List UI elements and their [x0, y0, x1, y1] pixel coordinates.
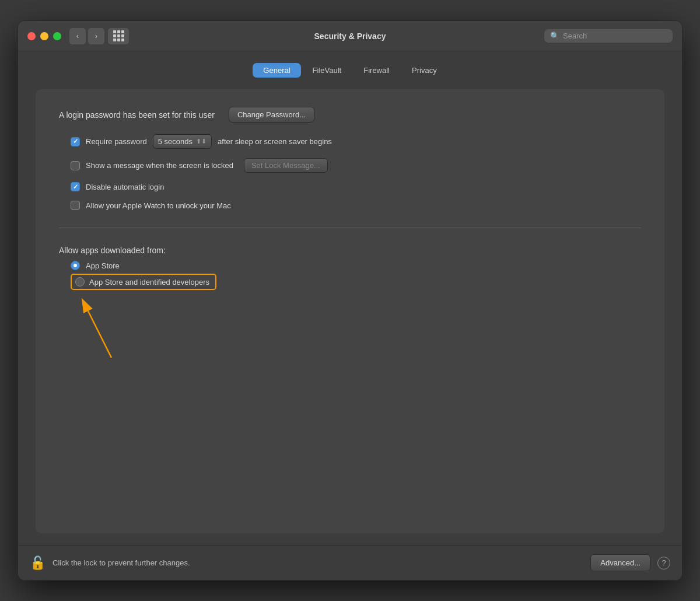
search-box[interactable]: 🔍: [544, 29, 673, 43]
nav-buttons: ‹ ›: [69, 28, 104, 44]
password-row: A login password has been set for this u…: [59, 107, 641, 123]
grid-icon: [113, 30, 124, 41]
tab-privacy[interactable]: Privacy: [401, 63, 447, 78]
show-message-label: Show a message when the screen is locked: [86, 161, 233, 170]
main-window: ‹ › Security & Privacy 🔍 General FileVau…: [18, 20, 682, 581]
require-password-row: Require password 5 seconds ⬆⬇ after slee…: [71, 134, 641, 149]
tab-firewall[interactable]: Firewall: [353, 63, 400, 78]
arrow-annotation: [76, 293, 170, 369]
maximize-button[interactable]: [53, 32, 61, 40]
back-button[interactable]: ‹: [69, 28, 86, 44]
set-lock-message-button[interactable]: Set Lock Message...: [244, 158, 328, 173]
password-timeout-dropdown[interactable]: 5 seconds ⬆⬇: [153, 134, 212, 149]
content-area: General FileVault Firewall Privacy A log…: [18, 51, 682, 545]
change-password-button[interactable]: Change Password...: [229, 107, 314, 123]
disable-autologin-checkbox[interactable]: [71, 182, 80, 191]
apple-watch-checkbox[interactable]: [71, 201, 80, 210]
svg-line-1: [88, 311, 111, 358]
highlighted-option: App Store and identified developers: [71, 274, 216, 290]
forward-button[interactable]: ›: [88, 28, 104, 44]
radio-identified[interactable]: [75, 277, 85, 286]
tab-general[interactable]: General: [253, 63, 300, 78]
disable-autologin-row: Disable automatic login: [71, 182, 641, 191]
disable-autologin-label: Disable automatic login: [86, 183, 164, 191]
radio-appstore-label: App Store: [86, 261, 120, 270]
titlebar: ‹ › Security & Privacy 🔍: [18, 21, 682, 51]
traffic-lights: [27, 32, 61, 40]
radio-appstore-row: App Store: [71, 261, 641, 270]
lock-text: Click the lock to prevent further change…: [52, 558, 583, 567]
search-input[interactable]: [563, 32, 667, 40]
require-password-label: Require password: [86, 137, 147, 146]
minimize-button[interactable]: [40, 32, 48, 40]
apple-watch-row: Allow your Apple Watch to unlock your Ma…: [71, 201, 641, 210]
allow-apps-title: Allow apps downloaded from:: [59, 246, 641, 255]
annotation-container: [76, 293, 641, 369]
search-icon: 🔍: [550, 32, 559, 40]
password-description: A login password has been set for this u…: [59, 110, 215, 120]
advanced-button[interactable]: Advanced...: [590, 554, 650, 571]
require-password-checkbox[interactable]: [71, 137, 80, 146]
lock-icon: 🔓: [30, 555, 46, 571]
section-divider: [59, 228, 641, 228]
radio-identified-label: App Store and identified developers: [89, 278, 209, 286]
radio-appstore[interactable]: [71, 261, 80, 270]
dropdown-arrows-icon: ⬆⬇: [196, 138, 206, 145]
radio-identified-row: App Store and identified developers: [71, 274, 641, 290]
settings-panel: A login password has been set for this u…: [36, 89, 664, 533]
tab-filevault[interactable]: FileVault: [302, 63, 352, 78]
grid-view-button[interactable]: [108, 28, 129, 44]
apple-watch-label: Allow your Apple Watch to unlock your Ma…: [86, 201, 231, 210]
require-password-suffix: after sleep or screen saver begins: [218, 137, 332, 146]
help-button[interactable]: ?: [657, 557, 670, 569]
allow-apps-section: Allow apps downloaded from: App Store Ap…: [59, 246, 641, 369]
dropdown-value: 5 seconds: [158, 137, 192, 146]
window-title: Security & Privacy: [314, 32, 386, 41]
show-message-checkbox[interactable]: [71, 161, 80, 170]
show-message-row: Show a message when the screen is locked…: [71, 158, 641, 173]
tab-bar: General FileVault Firewall Privacy: [36, 63, 664, 78]
close-button[interactable]: [27, 32, 36, 40]
bottom-bar: 🔓 Click the lock to prevent further chan…: [18, 545, 682, 580]
